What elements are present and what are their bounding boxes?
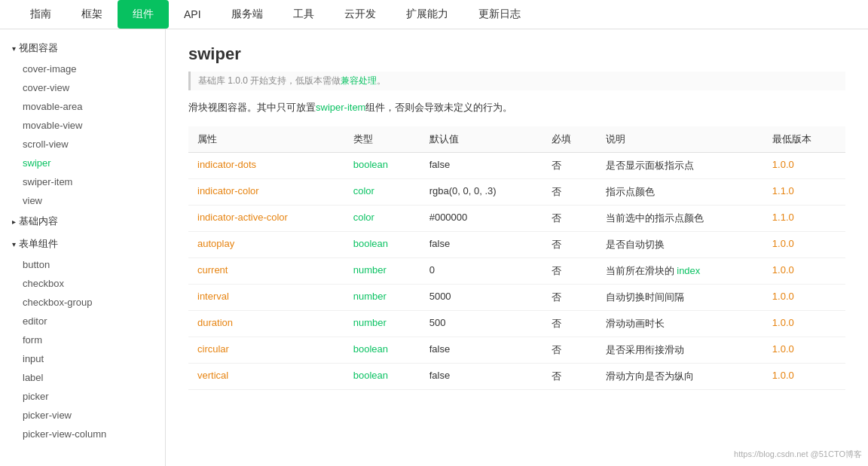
table-header-row: 属性类型默认值必填说明最低版本	[188, 126, 845, 153]
nav-item-扩展能力[interactable]: 扩展能力	[391, 0, 463, 29]
sidebar-item-button[interactable]: button	[0, 255, 165, 274]
table-row: indicator-active-colorcolor#000000否当前选中的…	[188, 206, 845, 232]
attr-default-cell: #000000	[420, 206, 542, 232]
attr-default-cell: rgba(0, 0, 0, .3)	[420, 179, 542, 206]
sidebar-item-picker-view[interactable]: picker-view	[0, 406, 165, 425]
attr-version-cell: 1.0.0	[763, 153, 845, 179]
sidebar-group-表单组件[interactable]: ▾表单组件	[0, 233, 165, 255]
sidebar-item-form[interactable]: form	[0, 330, 165, 349]
attr-name-cell[interactable]: current	[188, 258, 344, 285]
notice-text: 基础库 1.0.0 开始支持，低版本需做兼容处理。	[198, 75, 386, 86]
attr-required-cell: 否	[542, 364, 597, 390]
attr-default-cell: 500	[420, 311, 542, 337]
table-row: indicator-dotsbooleanfalse否是否显示面板指示点1.0.…	[188, 153, 845, 179]
attr-name-cell[interactable]: duration	[188, 311, 344, 337]
sidebar-item-cover-image[interactable]: cover-image	[0, 59, 165, 78]
table-row: intervalnumber5000否自动切换时间间隔1.0.0	[188, 285, 845, 311]
attr-default-cell: false	[420, 337, 542, 364]
attr-default-cell: 5000	[420, 285, 542, 311]
attr-desc-cell: 是否自动切换	[597, 232, 763, 258]
sidebar-group-视图容器[interactable]: ▾视图容器	[0, 37, 165, 59]
nav-item-云开发[interactable]: 云开发	[329, 0, 391, 29]
notice-link[interactable]: 兼容处理	[341, 75, 377, 86]
nav-item-组件[interactable]: 组件	[118, 0, 169, 29]
attributes-table: 属性类型默认值必填说明最低版本 indicator-dotsbooleanfal…	[188, 126, 845, 390]
table-row: durationnumber500否滑动动画时长1.0.0	[188, 311, 845, 337]
attr-type-cell: boolean	[344, 364, 420, 390]
col-header-说明: 说明	[597, 126, 763, 153]
attr-type-cell: number	[344, 285, 420, 311]
attr-type-cell: color	[344, 206, 420, 232]
attr-name-cell[interactable]: indicator-active-color	[188, 206, 344, 232]
sidebar-item-movable-view[interactable]: movable-view	[0, 116, 165, 135]
attr-required-cell: 否	[542, 258, 597, 285]
table-body: indicator-dotsbooleanfalse否是否显示面板指示点1.0.…	[188, 153, 845, 390]
attr-desc-cell: 当前所在滑块的 index	[597, 258, 763, 285]
attr-type-cell: boolean	[344, 153, 420, 179]
attr-version-cell: 1.0.0	[763, 258, 845, 285]
sidebar-item-movable-area[interactable]: movable-area	[0, 97, 165, 116]
sidebar-item-editor[interactable]: editor	[0, 312, 165, 330]
attr-version-cell: 1.1.0	[763, 179, 845, 206]
attr-required-cell: 否	[542, 179, 597, 206]
sidebar-item-input[interactable]: input	[0, 349, 165, 368]
attr-name-cell[interactable]: circular	[188, 337, 344, 364]
col-header-属性: 属性	[188, 126, 344, 153]
nav-item-工具[interactable]: 工具	[278, 0, 329, 29]
attr-name-cell[interactable]: vertical	[188, 364, 344, 390]
nav-item-框架[interactable]: 框架	[66, 0, 118, 29]
attr-required-cell: 否	[542, 232, 597, 258]
attr-type-cell: boolean	[344, 337, 420, 364]
table-row: verticalbooleanfalse否滑动方向是否为纵向1.0.0	[188, 364, 845, 390]
col-header-必填: 必填	[542, 126, 597, 153]
attr-default-cell: 0	[420, 258, 542, 285]
attr-default-cell: false	[420, 153, 542, 179]
swiper-item-link[interactable]: swiper-item	[316, 102, 365, 113]
col-header-最低版本: 最低版本	[763, 126, 845, 153]
table-row: currentnumber0否当前所在滑块的 index1.0.0	[188, 258, 845, 285]
sidebar-item-picker[interactable]: picker	[0, 387, 165, 406]
sidebar: ▾视图容器cover-imagecover-viewmovable-areamo…	[0, 29, 166, 466]
sidebar-item-label[interactable]: label	[0, 368, 165, 387]
attr-desc-cell: 滑动动画时长	[597, 311, 763, 337]
sidebar-item-picker-view-column[interactable]: picker-view-column	[0, 425, 165, 443]
table-row: autoplaybooleanfalse否是否自动切换1.0.0	[188, 232, 845, 258]
attr-type-cell: number	[344, 258, 420, 285]
sidebar-item-checkbox-group[interactable]: checkbox-group	[0, 293, 165, 312]
attr-name-cell[interactable]: autoplay	[188, 232, 344, 258]
attr-name-cell[interactable]: interval	[188, 285, 344, 311]
attr-desc-cell: 滑动方向是否为纵向	[597, 364, 763, 390]
attr-required-cell: 否	[542, 206, 597, 232]
sidebar-item-view[interactable]: view	[0, 191, 165, 210]
sidebar-item-cover-view[interactable]: cover-view	[0, 78, 165, 97]
attr-version-cell: 1.0.0	[763, 232, 845, 258]
table-row: indicator-colorcolorrgba(0, 0, 0, .3)否指示…	[188, 179, 845, 206]
attr-version-cell: 1.0.0	[763, 285, 845, 311]
attr-name-cell[interactable]: indicator-color	[188, 179, 344, 206]
attr-required-cell: 否	[542, 153, 597, 179]
table-row: circularbooleanfalse否是否采用衔接滑动1.0.0	[188, 337, 845, 364]
attr-desc-cell: 指示点颜色	[597, 179, 763, 206]
sidebar-item-checkbox[interactable]: checkbox	[0, 274, 165, 293]
attr-default-cell: false	[420, 364, 542, 390]
attr-desc-cell: 自动切换时间间隔	[597, 285, 763, 311]
sidebar-item-swiper-item[interactable]: swiper-item	[0, 172, 165, 191]
arrow-icon: ▾	[12, 44, 16, 53]
attr-version-cell: 1.0.0	[763, 364, 845, 390]
attr-name-cell[interactable]: indicator-dots	[188, 153, 344, 179]
attr-desc-cell: 是否显示面板指示点	[597, 153, 763, 179]
sidebar-item-scroll-view[interactable]: scroll-view	[0, 135, 165, 154]
nav-item-指南[interactable]: 指南	[15, 0, 66, 29]
attr-type-cell: color	[344, 179, 420, 206]
attr-default-cell: false	[420, 232, 542, 258]
nav-item-API[interactable]: API	[169, 1, 216, 28]
nav-item-更新日志[interactable]: 更新日志	[463, 0, 536, 29]
sidebar-item-swiper[interactable]: swiper	[0, 154, 165, 172]
sidebar-group-基础内容[interactable]: ▸基础内容	[0, 210, 165, 233]
main-layout: ▾视图容器cover-imagecover-viewmovable-areamo…	[0, 29, 868, 466]
top-nav: 指南框架组件API服务端工具云开发扩展能力更新日志	[0, 0, 868, 29]
nav-item-服务端[interactable]: 服务端	[216, 0, 278, 29]
attr-desc-cell: 当前选中的指示点颜色	[597, 206, 763, 232]
col-header-类型: 类型	[344, 126, 420, 153]
desc-link[interactable]: index	[677, 265, 700, 276]
